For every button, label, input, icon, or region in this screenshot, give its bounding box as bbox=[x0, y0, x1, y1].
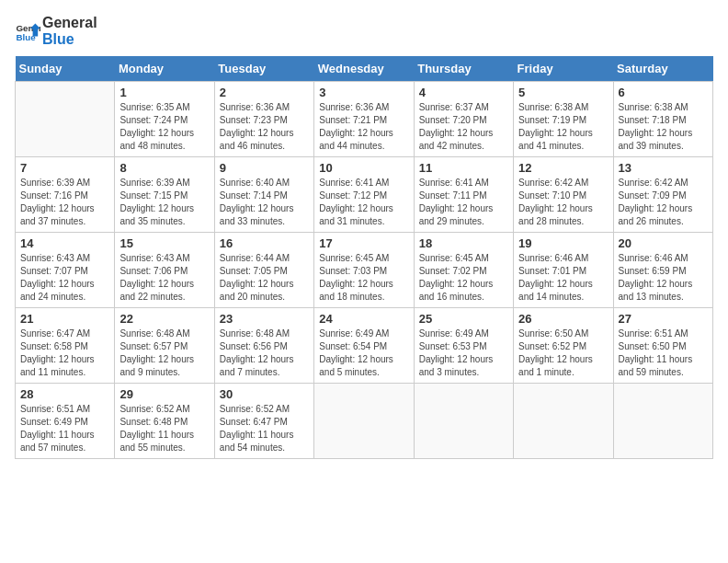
day-info: Sunrise: 6:41 AMSunset: 7:11 PMDaylight:… bbox=[419, 177, 508, 228]
day-info: Sunrise: 6:35 AMSunset: 7:24 PMDaylight:… bbox=[119, 101, 209, 153]
day-cell: 15Sunrise: 6:43 AMSunset: 7:06 PMDayligh… bbox=[115, 233, 214, 308]
weekday-friday: Friday bbox=[514, 56, 613, 82]
day-cell: 28Sunrise: 6:51 AMSunset: 6:49 PMDayligh… bbox=[16, 384, 115, 459]
day-number: 21 bbox=[20, 312, 109, 326]
day-cell: 17Sunrise: 6:45 AMSunset: 7:03 PMDayligh… bbox=[314, 233, 414, 308]
day-number: 13 bbox=[619, 161, 708, 175]
day-cell: 7Sunrise: 6:39 AMSunset: 7:16 PMDaylight… bbox=[16, 157, 115, 233]
day-number: 30 bbox=[220, 387, 309, 401]
day-info: Sunrise: 6:51 AMSunset: 6:50 PMDaylight:… bbox=[619, 327, 708, 379]
page-header: General Blue General Blue bbox=[15, 15, 713, 47]
calendar-table: SundayMondayTuesdayWednesdayThursdayFrid… bbox=[15, 56, 713, 459]
day-number: 14 bbox=[20, 236, 109, 250]
weekday-wednesday: Wednesday bbox=[314, 56, 414, 82]
day-cell: 11Sunrise: 6:41 AMSunset: 7:11 PMDayligh… bbox=[414, 157, 513, 233]
day-number: 27 bbox=[619, 312, 708, 326]
day-cell: 20Sunrise: 6:46 AMSunset: 6:59 PMDayligh… bbox=[613, 233, 712, 308]
day-info: Sunrise: 6:50 AMSunset: 6:52 PMDaylight:… bbox=[518, 327, 608, 379]
day-info: Sunrise: 6:49 AMSunset: 6:53 PMDaylight:… bbox=[419, 327, 508, 379]
day-cell: 6Sunrise: 6:38 AMSunset: 7:18 PMDaylight… bbox=[613, 82, 712, 157]
day-info: Sunrise: 6:38 AMSunset: 7:18 PMDaylight:… bbox=[619, 101, 708, 153]
day-number: 3 bbox=[319, 86, 408, 99]
week-row-3: 21Sunrise: 6:47 AMSunset: 6:58 PMDayligh… bbox=[16, 308, 713, 384]
day-number: 22 bbox=[119, 312, 209, 326]
day-cell: 21Sunrise: 6:47 AMSunset: 6:58 PMDayligh… bbox=[16, 308, 115, 384]
day-cell: 1Sunrise: 6:35 AMSunset: 7:24 PMDaylight… bbox=[115, 82, 214, 157]
day-info: Sunrise: 6:42 AMSunset: 7:09 PMDaylight:… bbox=[619, 177, 708, 228]
day-number: 18 bbox=[419, 236, 508, 250]
day-info: Sunrise: 6:46 AMSunset: 7:01 PMDaylight:… bbox=[518, 252, 608, 304]
day-cell: 2Sunrise: 6:36 AMSunset: 7:23 PMDaylight… bbox=[214, 82, 313, 157]
day-number: 28 bbox=[20, 387, 109, 401]
day-cell: 5Sunrise: 6:38 AMSunset: 7:19 PMDaylight… bbox=[514, 82, 613, 157]
day-info: Sunrise: 6:51 AMSunset: 6:49 PMDaylight:… bbox=[20, 403, 109, 454]
day-info: Sunrise: 6:48 AMSunset: 6:56 PMDaylight:… bbox=[220, 327, 309, 379]
day-number: 23 bbox=[220, 312, 309, 326]
weekday-saturday: Saturday bbox=[613, 56, 712, 82]
day-cell: 8Sunrise: 6:39 AMSunset: 7:15 PMDaylight… bbox=[115, 157, 214, 233]
day-cell: 27Sunrise: 6:51 AMSunset: 6:50 PMDayligh… bbox=[613, 308, 712, 384]
logo-icon: General Blue bbox=[15, 18, 40, 44]
day-info: Sunrise: 6:43 AMSunset: 7:07 PMDaylight:… bbox=[20, 252, 109, 304]
day-number: 1 bbox=[119, 86, 209, 99]
day-number: 19 bbox=[518, 236, 608, 250]
day-info: Sunrise: 6:47 AMSunset: 6:58 PMDaylight:… bbox=[20, 327, 109, 379]
day-cell bbox=[414, 384, 513, 459]
week-row-0: 1Sunrise: 6:35 AMSunset: 7:24 PMDaylight… bbox=[16, 82, 713, 157]
day-cell bbox=[613, 384, 712, 459]
day-info: Sunrise: 6:52 AMSunset: 6:47 PMDaylight:… bbox=[220, 403, 309, 454]
day-number: 12 bbox=[518, 161, 608, 175]
day-cell: 26Sunrise: 6:50 AMSunset: 6:52 PMDayligh… bbox=[514, 308, 613, 384]
day-cell: 30Sunrise: 6:52 AMSunset: 6:47 PMDayligh… bbox=[214, 384, 313, 459]
day-number: 29 bbox=[119, 387, 209, 401]
day-info: Sunrise: 6:36 AMSunset: 7:21 PMDaylight:… bbox=[319, 101, 408, 153]
day-cell: 22Sunrise: 6:48 AMSunset: 6:57 PMDayligh… bbox=[115, 308, 214, 384]
day-info: Sunrise: 6:45 AMSunset: 7:03 PMDaylight:… bbox=[319, 252, 408, 304]
logo-blue: Blue bbox=[42, 31, 97, 48]
day-cell: 23Sunrise: 6:48 AMSunset: 6:56 PMDayligh… bbox=[214, 308, 313, 384]
day-number: 20 bbox=[619, 236, 708, 250]
day-number: 26 bbox=[518, 312, 608, 326]
day-number: 2 bbox=[220, 86, 309, 99]
day-number: 24 bbox=[319, 312, 408, 326]
day-cell: 16Sunrise: 6:44 AMSunset: 7:05 PMDayligh… bbox=[214, 233, 313, 308]
day-number: 6 bbox=[619, 86, 708, 99]
day-number: 8 bbox=[119, 161, 209, 175]
logo-general: General bbox=[42, 15, 97, 31]
day-cell: 18Sunrise: 6:45 AMSunset: 7:02 PMDayligh… bbox=[414, 233, 513, 308]
day-info: Sunrise: 6:36 AMSunset: 7:23 PMDaylight:… bbox=[220, 101, 309, 153]
weekday-monday: Monday bbox=[115, 56, 214, 82]
day-info: Sunrise: 6:38 AMSunset: 7:19 PMDaylight:… bbox=[518, 101, 608, 153]
week-row-1: 7Sunrise: 6:39 AMSunset: 7:16 PMDaylight… bbox=[16, 157, 713, 233]
day-number: 17 bbox=[319, 236, 408, 250]
day-info: Sunrise: 6:39 AMSunset: 7:15 PMDaylight:… bbox=[119, 177, 209, 228]
day-cell bbox=[314, 384, 414, 459]
day-info: Sunrise: 6:40 AMSunset: 7:14 PMDaylight:… bbox=[220, 177, 309, 228]
day-info: Sunrise: 6:49 AMSunset: 6:54 PMDaylight:… bbox=[319, 327, 408, 379]
day-info: Sunrise: 6:45 AMSunset: 7:02 PMDaylight:… bbox=[419, 252, 508, 304]
day-cell: 14Sunrise: 6:43 AMSunset: 7:07 PMDayligh… bbox=[16, 233, 115, 308]
day-number: 7 bbox=[20, 161, 109, 175]
day-cell bbox=[514, 384, 613, 459]
week-row-4: 28Sunrise: 6:51 AMSunset: 6:49 PMDayligh… bbox=[16, 384, 713, 459]
weekday-thursday: Thursday bbox=[414, 56, 513, 82]
day-cell: 25Sunrise: 6:49 AMSunset: 6:53 PMDayligh… bbox=[414, 308, 513, 384]
logo: General Blue General Blue bbox=[15, 15, 97, 47]
day-cell: 12Sunrise: 6:42 AMSunset: 7:10 PMDayligh… bbox=[514, 157, 613, 233]
week-row-2: 14Sunrise: 6:43 AMSunset: 7:07 PMDayligh… bbox=[16, 233, 713, 308]
day-info: Sunrise: 6:42 AMSunset: 7:10 PMDaylight:… bbox=[518, 177, 608, 228]
day-number: 25 bbox=[419, 312, 508, 326]
weekday-header-row: SundayMondayTuesdayWednesdayThursdayFrid… bbox=[16, 56, 713, 82]
day-info: Sunrise: 6:43 AMSunset: 7:06 PMDaylight:… bbox=[119, 252, 209, 304]
day-cell bbox=[16, 82, 115, 157]
day-cell: 9Sunrise: 6:40 AMSunset: 7:14 PMDaylight… bbox=[214, 157, 313, 233]
day-cell: 13Sunrise: 6:42 AMSunset: 7:09 PMDayligh… bbox=[613, 157, 712, 233]
day-cell: 10Sunrise: 6:41 AMSunset: 7:12 PMDayligh… bbox=[314, 157, 414, 233]
day-cell: 24Sunrise: 6:49 AMSunset: 6:54 PMDayligh… bbox=[314, 308, 414, 384]
day-info: Sunrise: 6:52 AMSunset: 6:48 PMDaylight:… bbox=[119, 403, 209, 454]
day-number: 16 bbox=[220, 236, 309, 250]
day-info: Sunrise: 6:41 AMSunset: 7:12 PMDaylight:… bbox=[319, 177, 408, 228]
day-number: 15 bbox=[119, 236, 209, 250]
day-info: Sunrise: 6:48 AMSunset: 6:57 PMDaylight:… bbox=[119, 327, 209, 379]
day-number: 9 bbox=[220, 161, 309, 175]
